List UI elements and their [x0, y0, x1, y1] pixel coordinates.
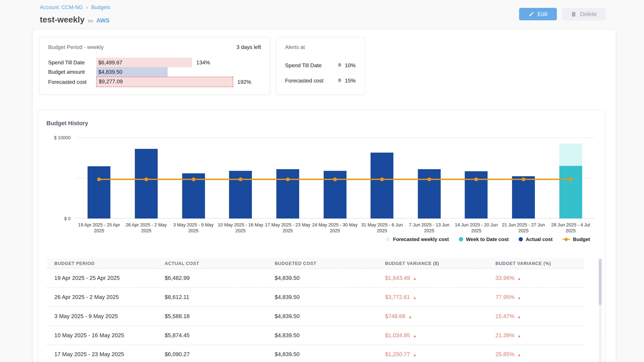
budget-period-percent: 192%: [237, 77, 251, 87]
cell-budget-variance-pct: 15.47%▲: [488, 313, 584, 319]
alert-label: Spend Till Date: [285, 62, 337, 68]
budget-period-percent: 134%: [196, 58, 210, 67]
budget-period-row: Spend Till Date$6,499.67134%: [40, 58, 270, 67]
breadcrumb: Account: CCM-NG › Budgets: [40, 4, 110, 10]
budget-period-row-label: Budget amount: [48, 67, 85, 77]
breadcrumb-account-link[interactable]: Account: CCM-NG: [40, 4, 83, 10]
budget-line-point[interactable]: [427, 177, 431, 181]
variance-up-arrow-icon: ▲: [408, 315, 412, 319]
edit-button-label: Edit: [538, 11, 548, 17]
chart-bar-actual[interactable]: [276, 169, 299, 219]
variance-up-arrow-icon: ▲: [413, 277, 416, 281]
delete-button[interactable]: Delete: [562, 8, 606, 20]
legend-label: Budget: [573, 236, 590, 242]
budget-period-bar: $9,277.09: [96, 77, 233, 87]
table-row: 26 Apr 2025 - 2 May 2025$8,612.11$4,839.…: [46, 288, 584, 307]
table-header-cell: BUDGET VARIANCE (%): [488, 261, 584, 266]
budget-period-row-label: Spend Till Date: [48, 58, 85, 67]
days-left-label: 3 days left: [236, 44, 261, 50]
title-on-label: on: [88, 18, 93, 23]
x-axis-label: 17 May 2025 - 23 May 2025: [265, 222, 310, 234]
budget-period-row-label: Forecasted cost: [48, 77, 86, 87]
budget-period-bar: $6,499.67: [96, 58, 192, 67]
cell-budget-period: 3 May 2025 - 9 May 2025: [46, 313, 157, 319]
chart-bar-actual[interactable]: [418, 169, 440, 219]
table-header-cell: BUDGET VARIANCE ($): [377, 261, 488, 266]
x-axis-label: 31 May 2025 - 6 Jun 2025: [359, 222, 405, 234]
table-row: 3 May 2025 - 9 May 2025$5,588.18$4,839.5…: [46, 307, 584, 326]
budget-period-bar-value: $9,277.09: [96, 78, 122, 85]
cell-actual-cost: $6,482.99: [157, 275, 267, 281]
chart-bar-week-to-date[interactable]: [559, 166, 582, 219]
cell-budgeted-cost: $4,839.50: [267, 294, 377, 300]
table-scrollbar-thumb[interactable]: [599, 259, 602, 305]
gridline-10000: [76, 138, 594, 138]
budget-period-bar-value: $4,839.50: [96, 69, 122, 75]
chevron-right-icon: ›: [86, 4, 88, 10]
x-axis-label: 14 Jun 2025 - 20 Jun 2025: [454, 222, 499, 234]
bell-icon: [337, 62, 342, 68]
cell-budgeted-cost: $4,839.50: [267, 275, 377, 281]
cell-budgeted-cost: $4,839.50: [267, 351, 377, 358]
cell-budgeted-cost: $4,839.50: [267, 332, 377, 338]
alert-threshold: 10%: [345, 62, 356, 68]
breadcrumb-budgets-link[interactable]: Budgets: [91, 4, 110, 10]
budget-period-title: Budget Period - weekly: [48, 44, 104, 50]
legend-swatch-dot: [386, 237, 390, 241]
legend-label: Forecasted weekly cost: [393, 236, 449, 242]
header-actions: Edit Delete: [519, 8, 606, 20]
cell-budget-variance-usd: $3,772.61▲: [377, 294, 488, 300]
budget-history-card: Budget History $ 10000 $ 0 19 Apr 2025 -…: [38, 109, 606, 362]
x-axis-label: 24 May 2025 - 30 May 2025: [312, 222, 358, 234]
variance-up-arrow-icon: ▲: [413, 353, 416, 357]
legend-item-budget[interactable]: Budget: [562, 236, 590, 242]
variance-up-arrow-icon: ▲: [413, 296, 416, 300]
table-header-cell: BUDGET PERIOD: [46, 261, 157, 266]
edit-button[interactable]: Edit: [519, 8, 557, 20]
x-axis-label: 19 Apr 2025 - 25 Apr 2025: [76, 222, 122, 234]
delete-button-label: Delete: [580, 11, 597, 17]
budget-period-row: Forecasted cost$9,277.09192%: [40, 77, 270, 87]
cell-budget-variance-usd: $748.68▲: [377, 313, 488, 319]
legend-label: Actual cost: [526, 236, 552, 242]
table-header-cell: BUDGETED COST: [267, 261, 377, 266]
chart-bar-actual[interactable]: [512, 176, 535, 219]
x-axis-label: 26 Apr 2025 - 2 May 2025: [124, 222, 169, 234]
legend-item-week-to-date-cost[interactable]: Week to Date cost: [459, 236, 509, 242]
alert-label: Forecasted cost: [285, 77, 337, 83]
page: Account: CCM-NG › Budgets test-weekly on…: [0, 0, 644, 362]
variance-up-arrow-icon: ▲: [518, 353, 521, 357]
cell-actual-cost: $6,090.27: [157, 351, 267, 358]
cell-budget-period: 26 Apr 2025 - 2 May 2025: [46, 294, 157, 300]
x-axis-label: 10 May 2025 - 16 May 2025: [218, 222, 263, 234]
table-scrollbar[interactable]: [599, 259, 602, 362]
legend-item-forecasted-weekly-cost[interactable]: Forecasted weekly cost: [386, 236, 449, 242]
budget-detail-card: Budget Period - weekly 3 days left Spend…: [32, 29, 616, 362]
chart-plot: 19 Apr 2025 - 25 Apr 202526 Apr 2025 - 2…: [76, 138, 594, 218]
platform-label: AWS: [96, 17, 110, 24]
budget-period-row: Budget amount$4,839.50: [40, 67, 270, 77]
page-title-row: test-weekly on AWS: [40, 15, 110, 24]
budget-period-card: Budget Period - weekly 3 days left Spend…: [39, 37, 270, 94]
table-row: 19 Apr 2025 - 25 Apr 2025$6,482.99$4,839…: [46, 269, 584, 288]
chart-bar-actual[interactable]: [88, 166, 110, 219]
cell-budget-variance-pct: 21.39%▲: [488, 332, 584, 338]
budget-period-bar-value: $6,499.67: [96, 59, 122, 65]
table-row: 10 May 2025 - 16 May 2025$5,874.45$4,839…: [46, 326, 584, 345]
table-header-row: BUDGET PERIODACTUAL COSTBUDGETED COSTBUD…: [46, 258, 584, 269]
legend-swatch-line: [562, 237, 570, 241]
chart-bar-actual[interactable]: [135, 149, 158, 218]
budget-line-point[interactable]: [569, 177, 572, 181]
chart-bar-actual[interactable]: [371, 153, 394, 219]
budget-period-bar: $4,839.50: [96, 67, 168, 77]
cell-budget-variance-pct: 77.95%▲: [488, 294, 584, 300]
alerts-title: Alerts at: [285, 44, 305, 50]
x-axis-label: 21 Jun 2025 - 27 Jun 2025: [501, 222, 546, 234]
legend-item-actual-cost[interactable]: Actual cost: [519, 236, 552, 242]
budget-history-table: BUDGET PERIODACTUAL COSTBUDGETED COSTBUD…: [46, 258, 584, 362]
alert-row: Spend Till Date10%: [285, 60, 356, 69]
variance-up-arrow-icon: ▲: [413, 334, 416, 338]
budget-line-point[interactable]: [286, 177, 290, 181]
legend-swatch-dot: [519, 237, 523, 241]
cell-budgeted-cost: $4,839.50: [267, 313, 377, 319]
